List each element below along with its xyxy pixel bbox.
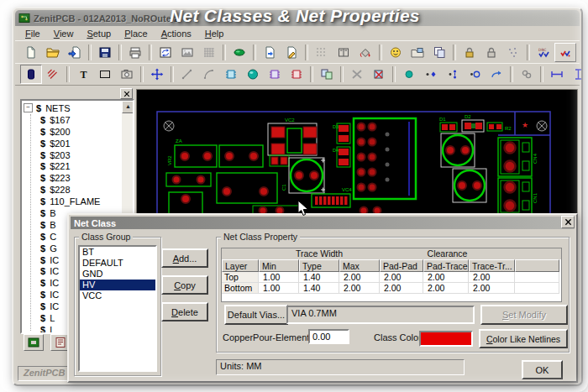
open-folder-button[interactable]: [42, 43, 64, 62]
class-group-item[interactable]: VCC: [80, 290, 155, 301]
class-group-item[interactable]: HV: [80, 280, 155, 290]
board-tab-button[interactable]: [24, 334, 44, 351]
rectangle-tool-button[interactable]: [94, 65, 116, 84]
copy-component-icon: [320, 68, 333, 81]
move-point-button[interactable]: [420, 65, 442, 84]
autoroute-smiley-button[interactable]: [385, 43, 407, 62]
new-file-button[interactable]: [20, 43, 42, 62]
dialog-close-button[interactable]: [561, 216, 575, 228]
move-tool-button[interactable]: [146, 65, 168, 84]
default-vias-button[interactable]: Default Vias...: [224, 305, 288, 325]
color-like-netlines-button[interactable]: Color Like Netlines: [479, 329, 568, 348]
measure-vertical-icon: [572, 68, 585, 81]
collapse-icon[interactable]: −: [24, 103, 33, 112]
project-photo-button[interactable]: [407, 43, 428, 62]
trace-trace-cell[interactable]: 2.00: [469, 283, 515, 294]
pad-pad-cell[interactable]: 2.00: [380, 283, 423, 294]
export-drill-button[interactable]: [281, 43, 302, 62]
pad-pad-cell[interactable]: 2.00: [380, 272, 423, 283]
class-color-swatch[interactable]: [419, 331, 473, 347]
export-gerber-button[interactable]: [259, 43, 281, 62]
pad-trace-cell[interactable]: 2.00: [423, 272, 469, 283]
arc-tool-button[interactable]: [198, 65, 220, 84]
component-value-button[interactable]: [286, 65, 307, 84]
refresh-view-button[interactable]: [155, 43, 176, 62]
tree-root-nets[interactable]: − $ NETS: [22, 102, 122, 114]
dialog-titlebar[interactable]: Net Class: [71, 217, 575, 229]
scroll-up-icon[interactable]: ▲: [122, 101, 134, 113]
menu-item[interactable]: File: [18, 28, 47, 39]
layer-cell[interactable]: Top: [222, 272, 259, 283]
layer-cell[interactable]: Bottom: [222, 283, 259, 294]
line-tool-button[interactable]: [176, 65, 198, 84]
tree-item-net[interactable]: $ $201: [22, 138, 122, 149]
delete-tool-button[interactable]: [346, 65, 368, 84]
tree-item-net[interactable]: $ $223: [22, 172, 122, 184]
import-file-button[interactable]: [64, 43, 86, 62]
svg-text:DRC: DRC: [538, 47, 547, 51]
class-group-list[interactable]: BTDEFAULTGNDHVVCC: [78, 245, 157, 372]
drc-check-button[interactable]: DRC: [533, 43, 554, 62]
trace-trace-cell[interactable]: 2.00: [469, 272, 515, 283]
min-cell[interactable]: 1.00: [259, 272, 299, 283]
add-button[interactable]: Add...: [161, 248, 208, 268]
component-tool-button[interactable]: [220, 65, 242, 84]
tree-item-net[interactable]: $ $221: [22, 160, 122, 172]
pad-trace-cell[interactable]: 2.00: [423, 283, 469, 294]
hatch-tool-button[interactable]: [42, 65, 64, 84]
print-button[interactable]: [124, 43, 146, 62]
max-cell[interactable]: 2.00: [339, 283, 380, 294]
component-rename-button[interactable]: [264, 65, 286, 84]
rectangle-tool-icon: [98, 68, 112, 81]
netline-tool-button[interactable]: [486, 65, 507, 84]
capture-view-button[interactable]: [116, 65, 138, 84]
net-icon: $: [40, 313, 45, 323]
tree-item-net[interactable]: $ 110_FLAME: [22, 196, 122, 207]
menu-item[interactable]: View: [47, 28, 81, 39]
measure-horizontal-button[interactable]: [546, 65, 568, 84]
class-group-item[interactable]: GND: [80, 269, 155, 280]
save-button[interactable]: [94, 43, 116, 62]
type-cell[interactable]: 1.40: [299, 272, 339, 283]
image-view-button[interactable]: [176, 43, 198, 62]
lock-components-button[interactable]: [459, 43, 480, 62]
tree-item-net[interactable]: $ $167: [22, 114, 122, 126]
grid-dots-button[interactable]: [311, 43, 333, 62]
copy-button[interactable]: Copy: [161, 275, 208, 295]
delete-component-button[interactable]: [368, 65, 390, 84]
pad-tool-button[interactable]: [20, 65, 42, 84]
menu-item[interactable]: Setup: [80, 28, 118, 39]
copy-component-button[interactable]: [316, 65, 338, 84]
menu-item[interactable]: Actions: [155, 28, 198, 39]
tree-item-net[interactable]: $ $228: [22, 184, 122, 196]
tree-item-net[interactable]: $ $200: [22, 126, 122, 138]
copy-sheets-button[interactable]: [428, 43, 450, 62]
min-cell[interactable]: 1.00: [259, 283, 299, 294]
svg-text:VC2: VC2: [285, 118, 295, 123]
measure-vertical-button[interactable]: [568, 65, 588, 84]
grid-toggle-button[interactable]: [198, 43, 220, 62]
type-cell[interactable]: 1.40: [299, 283, 339, 294]
copperpour-input[interactable]: [308, 329, 349, 344]
class-group-item[interactable]: DEFAULT: [80, 258, 155, 269]
spread-points-button[interactable]: [442, 65, 464, 84]
sphere-3d-button[interactable]: [242, 65, 264, 84]
class-group-item[interactable]: BT: [80, 247, 155, 258]
ok-button[interactable]: OK: [522, 360, 563, 379]
ratsnest-button[interactable]: [516, 65, 538, 84]
menu-item[interactable]: Place: [118, 28, 155, 39]
library-book-button[interactable]: [333, 43, 354, 62]
max-cell[interactable]: 2.00: [339, 272, 380, 283]
menu-item[interactable]: Help: [198, 28, 231, 39]
tree-item-net[interactable]: $ $203: [22, 149, 122, 161]
netlist-button[interactable]: [228, 43, 250, 62]
copper-pour-fill-button[interactable]: [354, 43, 376, 62]
delete-button[interactable]: Delete: [161, 302, 208, 321]
snap-points-button[interactable]: [502, 43, 524, 62]
drc-check-active-button[interactable]: [554, 43, 576, 62]
lock-traces-button[interactable]: [480, 43, 502, 62]
panel-close-button[interactable]: [120, 88, 133, 99]
text-tool-button[interactable]: T: [72, 65, 94, 84]
circle-tool-button[interactable]: [464, 65, 486, 84]
dot-tool-button[interactable]: [398, 65, 420, 84]
